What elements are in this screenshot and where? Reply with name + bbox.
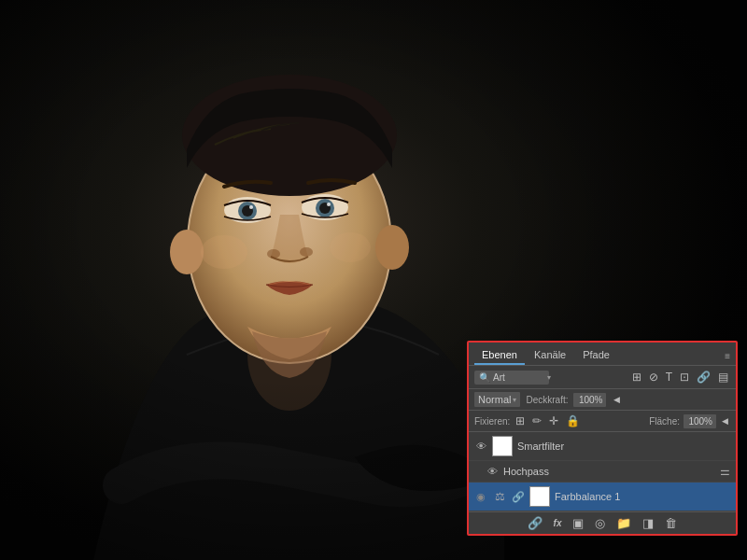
filter-icon2[interactable]: 🔗 — [695, 370, 712, 385]
new-group-btn[interactable]: 📁 — [616, 516, 631, 530]
layer-item-smartfilter[interactable]: 👁 Smartfilter — [469, 432, 736, 461]
opacity-value[interactable]: 100% — [573, 393, 606, 407]
visibility-icon-hochpass[interactable]: 👁 — [486, 465, 499, 478]
new-group-icon[interactable]: ⊞ — [630, 370, 643, 385]
search-box[interactable]: 🔍 ▾ — [474, 371, 549, 385]
blend-dropdown-arrow: ▾ — [513, 396, 516, 404]
search-input[interactable] — [493, 372, 544, 383]
fill-value[interactable]: 100% — [684, 414, 716, 428]
blend-mode-select[interactable]: Normal ▾ — [474, 392, 520, 407]
layers-panel: Ebenen Kanäle Pfade ≡ 🔍 ▾ ⊞ ⊘ T ⊡ 🔗 ▤ — [467, 341, 738, 536]
tab-kanaele[interactable]: Kanäle — [527, 346, 573, 365]
layers-list: 👁 Smartfilter 👁 Hochpass ⚌ ◉ ⚖ 🔗 Farbbal… — [469, 432, 736, 511]
new-fill-icon[interactable]: ▣ — [572, 516, 584, 530]
toolbar-icons: ⊞ ⊘ T ⊡ 🔗 ▤ — [630, 370, 730, 385]
adjustment-layer-btn[interactable]: ◎ — [595, 516, 605, 530]
adjustment-icon[interactable]: ⊘ — [647, 370, 660, 385]
shape-icon[interactable]: ⊡ — [678, 370, 691, 385]
blend-row: Normal ▾ Deckkraft: 100% ◀ — [469, 389, 736, 411]
search-dropdown-arrow[interactable]: ▾ — [547, 373, 551, 382]
fill-decrease-icon[interactable]: ◀ — [720, 415, 730, 427]
layer-item-farbbalance[interactable]: ◉ ⚖ 🔗 Farbbalance 1 — [469, 483, 736, 511]
tab-ebenen[interactable]: Ebenen — [474, 346, 525, 365]
filter-options-icon[interactable]: ⚌ — [720, 465, 730, 478]
layer-name-hochpass: Hochpass — [503, 466, 715, 477]
more-icon[interactable]: ▤ — [716, 370, 730, 385]
fill-label: Fläche: — [649, 416, 680, 427]
text-icon[interactable]: T — [664, 370, 674, 385]
visibility-icon-smartfilter[interactable]: 👁 — [474, 440, 487, 453]
adjustment-layer-icon: ⚖ — [492, 489, 507, 504]
panel-tabs: Ebenen Kanäle Pfade ≡ — [469, 343, 736, 366]
visibility-icon-farbbalance[interactable]: ◉ — [474, 490, 487, 503]
layer-thumb-smartfilter — [492, 436, 513, 456]
blend-mode-value: Normal — [478, 394, 511, 405]
opacity-decrease-icon[interactable]: ◀ — [612, 394, 622, 405]
layer-thumb-farbbalance — [529, 486, 550, 507]
lock-pixels-icon[interactable]: ⊞ — [514, 413, 527, 428]
lock-all-icon[interactable]: 🔒 — [564, 413, 582, 428]
link-icon[interactable]: 🔗 — [528, 516, 543, 530]
delete-layer-btn[interactable]: 🗑 — [665, 516, 677, 530]
lock-paint-icon[interactable]: ✏ — [530, 413, 543, 428]
tab-pfade[interactable]: Pfade — [575, 346, 617, 365]
lock-icons: ⊞ ✏ ✛ 🔒 — [514, 413, 582, 428]
lock-row: Fixieren: ⊞ ✏ ✛ 🔒 Fläche: 100% ◀ — [469, 411, 736, 432]
opacity-label: Deckkraft: — [526, 395, 568, 405]
bottom-toolbar: 🔗 fx ▣ ◎ 📁 ◨ 🗑 — [469, 511, 736, 534]
layer-name-smartfilter: Smartfilter — [517, 441, 730, 452]
fixieren-label: Fixieren: — [474, 416, 510, 427]
layer-item-hochpass[interactable]: 👁 Hochpass ⚌ — [469, 461, 736, 483]
search-icon: 🔍 — [479, 372, 490, 383]
canvas-area: Ebenen Kanäle Pfade ≡ 🔍 ▾ ⊞ ⊘ T ⊡ 🔗 ▤ — [0, 0, 747, 560]
filter-toolbar: 🔍 ▾ ⊞ ⊘ T ⊡ 🔗 ▤ — [469, 366, 736, 389]
new-layer-btn[interactable]: ◨ — [642, 516, 654, 530]
panel-menu-icon[interactable]: ≡ — [725, 351, 730, 361]
lock-position-icon[interactable]: ✛ — [547, 413, 560, 428]
chain-icon-farbbalance[interactable]: 🔗 — [512, 491, 525, 503]
fx-icon[interactable]: fx — [554, 518, 562, 528]
layer-name-farbbalance: Farbbalance 1 — [555, 491, 730, 502]
